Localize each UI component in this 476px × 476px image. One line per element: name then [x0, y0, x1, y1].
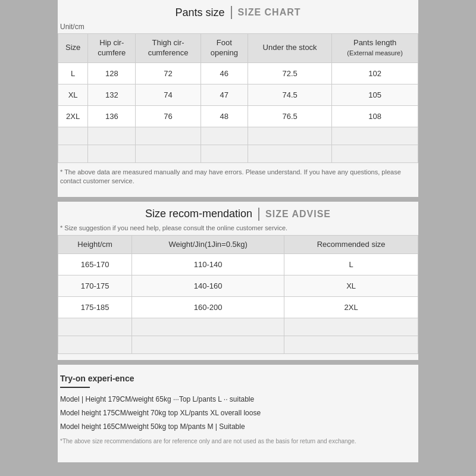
- header-size: Size: [58, 34, 88, 63]
- pants-table-cell: 128: [88, 62, 136, 84]
- pants-table-cell: 2XL: [58, 105, 88, 127]
- advise-table-cell: XL: [284, 275, 418, 297]
- pants-table-cell: L: [58, 62, 88, 84]
- pants-table-cell: 74: [136, 84, 201, 105]
- pants-empty-row: [58, 127, 418, 145]
- pants-table-cell: 136: [88, 105, 136, 127]
- header-foot: Footopening: [201, 34, 248, 63]
- pants-table-cell: 76.5: [248, 105, 331, 127]
- advise-table-cell: 175-185: [58, 297, 132, 318]
- advise-empty-row: [58, 336, 418, 354]
- header-hip: Hip cir-cumfere: [88, 34, 136, 63]
- advise-header-row: Height/cm Weight/Jin(1Jin=0.5kg) Recomme…: [58, 235, 418, 254]
- pants-title: Pants size: [175, 7, 224, 19]
- advise-table-cell: 165-170: [58, 254, 132, 275]
- advise-title: Size recom-mendation: [145, 208, 252, 220]
- pants-table-header-row: Size Hip cir-cumfere Thigh cir-cumferenc…: [58, 34, 418, 63]
- pants-table-cell: 48: [201, 105, 248, 127]
- pants-size-table: Size Hip cir-cumfere Thigh cir-cumferenc…: [58, 33, 418, 163]
- tryon-line: Model height 165CM/weight 50kg top M/pan…: [60, 421, 416, 432]
- header-weight: Weight/Jin(1Jin=0.5kg): [132, 235, 284, 254]
- header-height: Height/cm: [58, 235, 132, 254]
- main-content: Pants size SIZE CHART Unit/cm Size Hip c…: [58, 0, 418, 462]
- section-separator-2: [58, 360, 418, 365]
- advise-table-row: 175-185160-2002XL: [58, 297, 418, 318]
- pants-table-row: L128724672.5102: [58, 62, 418, 84]
- title-divider: [231, 6, 232, 19]
- pants-empty-row: [58, 145, 418, 162]
- pants-table-row: XL132744774.5105: [58, 84, 418, 105]
- pants-section-title: Pants size SIZE CHART: [58, 6, 418, 19]
- section-separator-1: [58, 197, 418, 202]
- header-under: Under the stock: [248, 34, 331, 63]
- header-length: Pants length(External measure): [332, 34, 418, 63]
- tryon-underline: [60, 387, 90, 388]
- size-chart-badge: SIZE CHART: [238, 7, 301, 18]
- pants-table-cell: 47: [201, 84, 248, 105]
- pants-table-cell: 108: [332, 105, 418, 127]
- pants-table-cell: XL: [58, 84, 88, 105]
- size-advise-badge: SIZE ADVISE: [265, 209, 331, 220]
- pants-table-cell: 72: [136, 62, 201, 84]
- advise-divider: [258, 208, 259, 221]
- pants-table-cell: 102: [332, 62, 418, 84]
- advise-section-title: Size recom-mendation SIZE ADVISE: [58, 208, 418, 221]
- advise-table-cell: 140-160: [132, 275, 284, 297]
- pants-table-cell: 76: [136, 105, 201, 127]
- advise-empty-row: [58, 318, 418, 336]
- advise-table-cell: L: [284, 254, 418, 275]
- tryon-line: Model | Height 179CM/weight 65kg ···Top …: [60, 394, 416, 405]
- pants-table-cell: 74.5: [248, 84, 331, 105]
- advise-table-row: 170-175140-160XL: [58, 275, 418, 297]
- pants-table-cell: 46: [201, 62, 248, 84]
- unit-label: Unit/cm: [60, 23, 418, 31]
- header-thigh: Thigh cir-cumference: [136, 34, 201, 63]
- tryon-title: Try-on experi-ence: [60, 373, 416, 384]
- size-advise-section: Size recom-mendation SIZE ADVISE * Size …: [58, 202, 418, 361]
- advise-table: Height/cm Weight/Jin(1Jin=0.5kg) Recomme…: [58, 235, 418, 355]
- advise-table-cell: 160-200: [132, 297, 284, 318]
- pants-note: * The above data are measured manually a…: [60, 168, 416, 186]
- pants-table-cell: 72.5: [248, 62, 331, 84]
- advise-table-cell: 2XL: [284, 297, 418, 318]
- pants-table-cell: 105: [332, 84, 418, 105]
- advise-table-row: 165-170110-140L: [58, 254, 418, 275]
- advise-note: * Size suggestion if you need help, plea…: [60, 224, 416, 231]
- tryon-disclaimer: *The above size recommendations are for …: [60, 438, 416, 444]
- header-recommended: Recommended size: [284, 235, 418, 254]
- pants-table-row: 2XL136764876.5108: [58, 105, 418, 127]
- pants-size-section: Pants size SIZE CHART Unit/cm Size Hip c…: [58, 0, 418, 197]
- tryon-section: Try-on experi-ence Model | Height 179CM/…: [58, 365, 418, 450]
- page-container: Pants size SIZE CHART Unit/cm Size Hip c…: [0, 0, 476, 476]
- pants-table-cell: 132: [88, 84, 136, 105]
- tryon-lines: Model | Height 179CM/weight 65kg ···Top …: [60, 394, 416, 432]
- tryon-line: Model height 175CM/weight 70kg top XL/pa…: [60, 408, 416, 418]
- advise-table-cell: 110-140: [132, 254, 284, 275]
- advise-table-cell: 170-175: [58, 275, 132, 297]
